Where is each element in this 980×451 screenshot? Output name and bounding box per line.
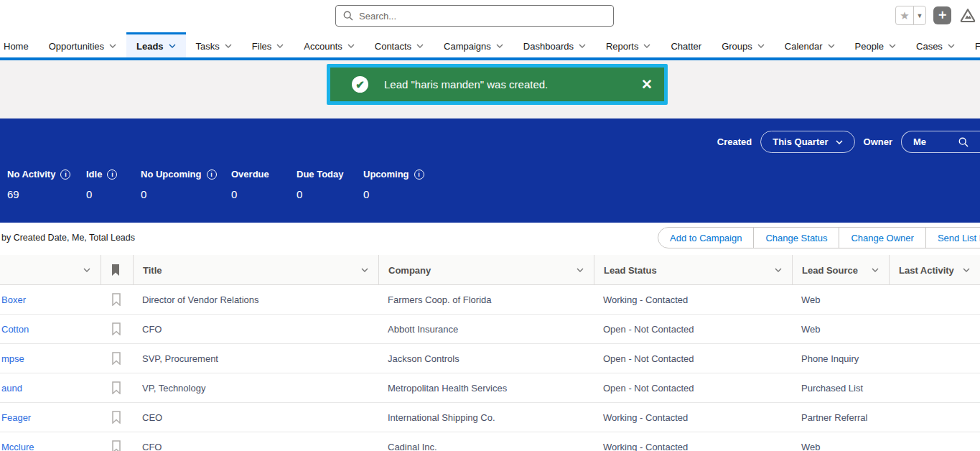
tab-campaigns[interactable]: Campaigns (434, 32, 513, 57)
tab-people[interactable]: People (845, 32, 906, 57)
col-company[interactable]: Company (378, 255, 594, 285)
change-status-button[interactable]: Change Status (753, 227, 839, 248)
col-lead-source[interactable]: Lead Source (792, 255, 889, 285)
col-title[interactable]: Title (133, 255, 378, 285)
tab-forecasts[interactable]: Fore (965, 32, 980, 57)
chevron-down-icon[interactable] (889, 44, 896, 48)
toast-highlight-box: ✔ Lead "haris manden" was created. ✕ (327, 64, 668, 105)
tab-cases[interactable]: Cases (906, 32, 965, 57)
list-meta-bar: by Created Date, Me, Total Leads Add to … (0, 223, 980, 255)
lead-name-link[interactable]: Cotton (1, 324, 29, 335)
tab-reports[interactable]: Reports (596, 32, 661, 57)
table-row[interactable]: Boxer Director of Vendor Relations Farme… (0, 285, 980, 315)
tab-contacts[interactable]: Contacts (365, 32, 434, 57)
stat-value: 69 (7, 188, 86, 200)
info-icon[interactable]: i (207, 169, 217, 180)
chevron-down-icon[interactable] (775, 268, 782, 272)
tab-opportunities[interactable]: Opportunities (39, 32, 126, 57)
table-row[interactable]: Cotton CFO Abbott Insurance Open - Not C… (0, 315, 980, 344)
global-search-input[interactable]: Search... (335, 5, 614, 27)
tab-accounts[interactable]: Accounts (294, 32, 364, 57)
col-last-activity[interactable]: Last Activity (889, 255, 980, 285)
chevron-down-icon[interactable] (577, 268, 584, 272)
add-to-campaign-button[interactable]: Add to Campaign (658, 227, 754, 248)
chevron-down-icon[interactable] (643, 44, 650, 48)
lead-name-link[interactable]: mpse (1, 353, 24, 364)
trailhead-icon[interactable] (958, 6, 977, 25)
info-icon[interactable]: i (414, 169, 424, 180)
tab-tasks[interactable]: Tasks (186, 32, 242, 57)
col-follow[interactable] (101, 255, 133, 285)
stat-no-activity[interactable]: No Activityi 69 (7, 169, 86, 200)
info-icon[interactable]: i (60, 169, 70, 180)
table-row[interactable]: Mcclure CFO Cadinal Inc. Working - Conta… (0, 432, 980, 451)
chevron-down-icon[interactable] (109, 44, 116, 48)
send-list-email-button[interactable]: Send List Emai (925, 227, 980, 248)
stat-no-upcoming[interactable]: No Upcomingi 0 (141, 169, 231, 200)
bookmark-icon[interactable] (111, 352, 121, 365)
stat-upcoming[interactable]: Upcomingi 0 (363, 169, 442, 200)
global-actions-plus-icon[interactable]: ＋ (933, 6, 951, 24)
tab-chatter[interactable]: Chatter (661, 32, 711, 57)
chevron-down-icon[interactable] (496, 44, 503, 48)
bookmark-icon[interactable] (111, 411, 121, 424)
bookmark-icon[interactable] (111, 322, 121, 335)
salesforce-leads-page: Search... ★ ▼ ＋ Home Opportunities Leads… (0, 0, 980, 451)
chevron-down-icon[interactable] (169, 44, 176, 48)
col-name[interactable] (0, 255, 101, 285)
list-action-buttons: Add to Campaign Change Status Change Own… (658, 227, 980, 248)
toast-close-icon[interactable]: ✕ (641, 76, 653, 93)
lead-status: Open - Not Contacted (594, 383, 792, 394)
chevron-down-icon[interactable] (416, 44, 424, 48)
tab-groups[interactable]: Groups (711, 32, 775, 57)
chevron-down-icon[interactable] (963, 268, 970, 272)
chevron-down-icon[interactable] (361, 268, 368, 272)
chevron-down-icon[interactable] (579, 44, 586, 48)
stat-overdue[interactable]: Overdue 0 (231, 169, 297, 200)
chevron-down-icon[interactable] (225, 44, 232, 48)
lead-name-link[interactable]: Feager (1, 412, 31, 423)
lead-title: CFO (133, 324, 378, 335)
nav-tab-bar: Home Opportunities Leads Tasks Files Acc… (0, 32, 980, 57)
bookmark-icon[interactable] (111, 381, 121, 394)
chevron-down-icon[interactable] (83, 268, 90, 272)
bookmark-icon[interactable] (111, 440, 121, 451)
lead-company: Farmers Coop. of Florida (378, 294, 594, 305)
col-lead-status[interactable]: Lead Status (594, 255, 792, 285)
tab-calendar[interactable]: Calendar (775, 32, 845, 57)
created-filter-dropdown[interactable]: This Quarter (760, 131, 854, 153)
chevron-down-icon[interactable] (828, 44, 835, 48)
tab-home[interactable]: Home (0, 32, 39, 57)
info-icon[interactable]: i (107, 169, 117, 180)
table-row[interactable]: aund VP, Technology Metropolitan Health … (0, 373, 980, 403)
lead-name-link[interactable]: Mcclure (1, 442, 34, 451)
lead-title: SVP, Procurement (133, 353, 378, 364)
chevron-down-icon[interactable] (276, 44, 284, 48)
bookmark-icon[interactable] (111, 293, 121, 306)
chevron-down-icon[interactable] (347, 44, 355, 48)
favorites-dropdown-icon[interactable]: ▼ (913, 6, 926, 25)
lead-status: Working - Contacted (594, 442, 792, 451)
stat-due-today[interactable]: Due Today 0 (297, 169, 363, 200)
chevron-down-icon[interactable] (872, 268, 879, 272)
lead-name-link[interactable]: aund (1, 383, 22, 394)
table-row[interactable]: mpse SVP, Procurement Jackson Controls O… (0, 344, 980, 373)
tab-files[interactable]: Files (242, 32, 294, 57)
stat-value: 0 (297, 188, 363, 200)
owner-filter-dropdown[interactable]: Me (901, 131, 980, 153)
lead-source: Web (792, 294, 889, 305)
lead-status: Open - Not Contacted (594, 353, 792, 364)
table-row[interactable]: Feager CEO International Shipping Co. Wo… (0, 403, 980, 432)
lead-status: Working - Contacted (594, 294, 792, 305)
stat-idle[interactable]: Idlei 0 (86, 169, 141, 200)
sort-description: by Created Date, Me, Total Leads (1, 233, 135, 243)
lead-status: Working - Contacted (594, 412, 792, 423)
favorite-star-icon[interactable]: ★ (895, 6, 914, 25)
tab-dashboards[interactable]: Dashboards (513, 32, 596, 57)
change-owner-button[interactable]: Change Owner (839, 227, 925, 248)
lead-name-link[interactable]: Boxer (1, 294, 26, 305)
chevron-down-icon[interactable] (948, 44, 955, 48)
activity-stats-row: No Activityi 69 Idlei 0 No Upcomingi 0 O… (7, 169, 442, 200)
chevron-down-icon[interactable] (757, 44, 765, 48)
tab-leads[interactable]: Leads (126, 32, 186, 57)
